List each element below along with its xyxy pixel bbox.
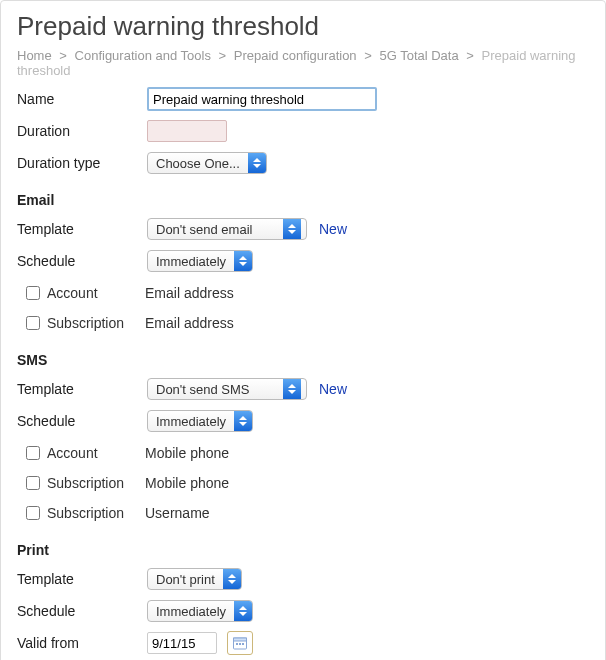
email-template-label: Template (17, 221, 147, 237)
duration-type-label: Duration type (17, 155, 147, 171)
sms-row-who: Subscription (47, 505, 145, 521)
sms-row-what: Username (145, 505, 210, 521)
print-heading: Print (17, 542, 589, 558)
email-schedule-value: Immediately (148, 251, 234, 271)
breadcrumb-sep: > (219, 48, 227, 63)
page-title: Prepaid warning threshold (17, 11, 589, 42)
email-row-who: Account (47, 285, 145, 301)
sms-subscription-username-checkbox[interactable] (26, 506, 40, 520)
email-subscription-checkbox[interactable] (26, 316, 40, 330)
sms-account-mobile-checkbox[interactable] (26, 446, 40, 460)
breadcrumb-config-tools[interactable]: Configuration and Tools (75, 48, 211, 63)
print-template-select[interactable]: Don't print (147, 568, 242, 590)
svg-rect-4 (242, 643, 244, 645)
print-schedule-label: Schedule (17, 603, 147, 619)
breadcrumb-sep: > (466, 48, 474, 63)
sms-template-label: Template (17, 381, 147, 397)
sms-row-what: Mobile phone (145, 445, 229, 461)
email-row-who: Subscription (47, 315, 145, 331)
name-input[interactable] (147, 87, 377, 111)
breadcrumb: Home > Configuration and Tools > Prepaid… (17, 48, 589, 78)
breadcrumb-sep: > (364, 48, 372, 63)
duration-type-select[interactable]: Choose One... (147, 152, 267, 174)
sms-template-select[interactable]: Don't send SMS (147, 378, 307, 400)
select-stepper-icon (248, 153, 266, 173)
sms-row-what: Mobile phone (145, 475, 229, 491)
breadcrumb-sep: > (59, 48, 67, 63)
name-label: Name (17, 91, 147, 107)
valid-from-input[interactable] (147, 632, 217, 654)
svg-rect-3 (239, 643, 241, 645)
select-stepper-icon (234, 601, 252, 621)
print-schedule-select[interactable]: Immediately (147, 600, 253, 622)
form-panel: Prepaid warning threshold Home > Configu… (0, 0, 606, 660)
sms-subscription-mobile-checkbox[interactable] (26, 476, 40, 490)
email-account-checkbox[interactable] (26, 286, 40, 300)
duration-type-value: Choose One... (148, 153, 248, 173)
valid-from-calendar-button[interactable] (227, 631, 253, 655)
print-template-label: Template (17, 571, 147, 587)
sms-row-who: Account (47, 445, 145, 461)
select-stepper-icon (234, 251, 252, 271)
valid-from-label: Valid from (17, 635, 147, 651)
calendar-icon (232, 635, 248, 651)
duration-label: Duration (17, 123, 147, 139)
svg-rect-1 (234, 638, 247, 641)
sms-schedule-select[interactable]: Immediately (147, 410, 253, 432)
select-stepper-icon (283, 219, 301, 239)
email-template-select[interactable]: Don't send email (147, 218, 307, 240)
email-row-what: Email address (145, 285, 234, 301)
sms-template-value: Don't send SMS (148, 379, 283, 399)
sms-schedule-label: Schedule (17, 413, 147, 429)
email-template-new-link[interactable]: New (319, 221, 347, 237)
sms-heading: SMS (17, 352, 589, 368)
select-stepper-icon (283, 379, 301, 399)
breadcrumb-prepaid-config[interactable]: Prepaid configuration (234, 48, 357, 63)
email-template-value: Don't send email (148, 219, 283, 239)
breadcrumb-plan[interactable]: 5G Total Data (379, 48, 458, 63)
email-schedule-label: Schedule (17, 253, 147, 269)
email-row-what: Email address (145, 315, 234, 331)
print-schedule-value: Immediately (148, 601, 234, 621)
duration-input[interactable] (147, 120, 227, 142)
email-heading: Email (17, 192, 589, 208)
email-schedule-select[interactable]: Immediately (147, 250, 253, 272)
select-stepper-icon (234, 411, 252, 431)
sms-schedule-value: Immediately (148, 411, 234, 431)
sms-template-new-link[interactable]: New (319, 381, 347, 397)
breadcrumb-home[interactable]: Home (17, 48, 52, 63)
print-template-value: Don't print (148, 569, 223, 589)
select-stepper-icon (223, 569, 241, 589)
sms-row-who: Subscription (47, 475, 145, 491)
svg-rect-2 (236, 643, 238, 645)
